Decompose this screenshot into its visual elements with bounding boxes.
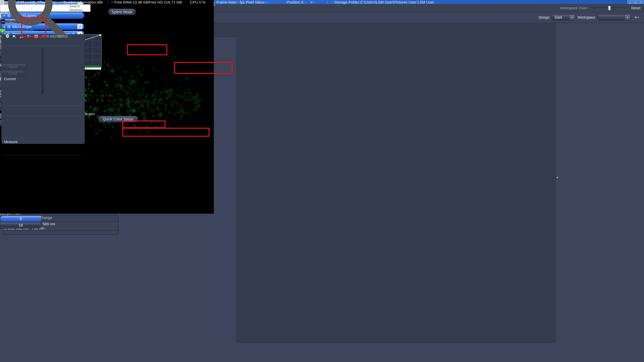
workspace-label: Workspace: [578, 15, 595, 19]
info-icon[interactable]: i: [327, 0, 328, 4]
curve-handle[interactable]: [99, 34, 101, 36]
focus-position-slider[interactable]: [42, 48, 44, 93]
tray-ime-icon[interactable]: [34, 34, 38, 39]
tray-install-icon[interactable]: [13, 34, 16, 39]
workspace-zoom-label: Workspace Zoom: [560, 6, 587, 10]
workspace-gear-icon[interactable]: ✳▼: [633, 14, 640, 20]
tray-volume-muted-icon[interactable]: [27, 34, 31, 39]
bits-8-button[interactable]: 8: [0, 215, 42, 222]
tray-shield-icon[interactable]: [6, 34, 9, 39]
collapse-right-panel-icon[interactable]: ◀: [556, 176, 558, 178]
pixel-value-status: Pixel Value:--: [246, 0, 268, 4]
workspace-reset-button[interactable]: Reset: [631, 6, 640, 10]
minimize-button[interactable]: –: [627, 0, 632, 4]
chevron-up-icon[interactable]: ˄: [111, 0, 113, 4]
workspace-zoom-slider[interactable]: [590, 6, 628, 10]
taskbar-clock[interactable]: 10:00 AM2/16/2023: [42, 35, 68, 38]
image-viewer-area: [236, 23, 556, 343]
zen-application-window: ZEN 01-Spontaneous_Activity_370m_cci.czi…: [0, 0, 644, 362]
design-label: Design: [539, 15, 550, 19]
design-dropdown[interactable]: Dark: [552, 14, 575, 20]
measure-label: Measure: [4, 140, 18, 144]
tray-expand-icon[interactable]: ˄: [0, 34, 2, 39]
search-input[interactable]: Search Windows: [0, 4, 91, 12]
cpu-status: CPU 0 %: [190, 0, 206, 4]
close-button[interactable]: ✕: [638, 0, 643, 4]
load-button[interactable]: Load: [0, 70, 25, 77]
activity-indicator-icon: [214, 3, 215, 6]
frame-rate-status: Frame Rate:- fps: [216, 0, 245, 4]
position-status: Position:X: - Y: -: [287, 0, 316, 4]
workspace-dropdown[interactable]: [598, 14, 630, 20]
bits-16-button[interactable]: 16: [0, 222, 42, 229]
chevron-up-icon[interactable]: ˄: [331, 0, 333, 4]
taskbar-edge-icon[interactable]: e: [1, 14, 4, 18]
memory-status: Free RAM 13.38 GBFree HD 218.71 GB: [114, 0, 182, 4]
storage-folder-status: Storage Folder:C:\Users\LSM User\Picture…: [334, 0, 408, 4]
maximize-button[interactable]: ▢: [633, 0, 638, 4]
progress-bar: [108, 0, 108, 5]
work-button[interactable]: Work: [0, 64, 26, 70]
user-status: User:LSM User: [409, 0, 434, 4]
windows-taskbar: Search Windows e ZEN ▲ ˄ 10:00 AM2/16/20…: [0, 0, 91, 40]
current-position-label: Current: [4, 77, 16, 81]
tray-network-icon[interactable]: [20, 34, 23, 39]
